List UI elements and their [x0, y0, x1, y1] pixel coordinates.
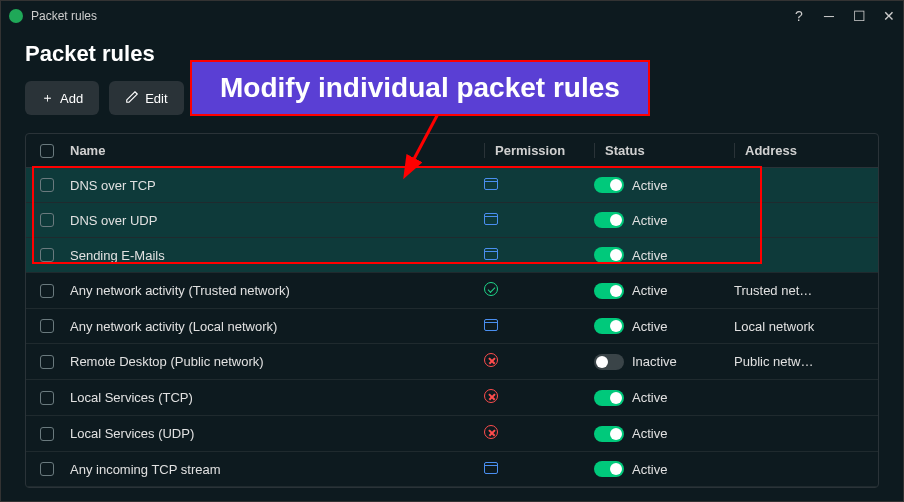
- table-row[interactable]: Remote Desktop (Public network)InactiveP…: [26, 344, 878, 380]
- row-checkbox[interactable]: [40, 462, 54, 476]
- close-icon[interactable]: ✕: [883, 10, 895, 22]
- table-row[interactable]: Any incoming TCP streamActive: [26, 452, 878, 487]
- permission-cell: [484, 389, 584, 406]
- rule-name: Sending E-Mails: [70, 248, 474, 263]
- column-address[interactable]: Address: [734, 143, 864, 158]
- status-toggle[interactable]: [594, 318, 624, 334]
- table-row[interactable]: Any network activity (Trusted network)Ac…: [26, 273, 878, 309]
- titlebar: Packet rules ? ─ ☐ ✕: [1, 1, 903, 31]
- status-cell: Active: [594, 177, 724, 193]
- rule-window-icon: [484, 462, 498, 474]
- row-checkbox[interactable]: [40, 248, 54, 262]
- status-cell: Active: [594, 426, 724, 442]
- permission-cell: [484, 319, 584, 334]
- status-toggle[interactable]: [594, 177, 624, 193]
- status-label: Inactive: [632, 354, 677, 369]
- rule-window-icon: [484, 213, 498, 225]
- row-checkbox[interactable]: [40, 427, 54, 441]
- table-row[interactable]: Local Services (TCP)Active: [26, 380, 878, 416]
- add-button-label: Add: [60, 91, 83, 106]
- rule-window-icon: [484, 319, 498, 331]
- deny-icon: [484, 353, 498, 367]
- status-label: Active: [632, 319, 667, 334]
- permission-cell: [484, 248, 584, 263]
- address-cell: Local network: [734, 319, 864, 334]
- status-cell: Active: [594, 212, 724, 228]
- rules-table: Name Permission Status Address DNS over …: [25, 133, 879, 488]
- status-label: Active: [632, 426, 667, 441]
- status-toggle[interactable]: [594, 247, 624, 263]
- permission-cell: [484, 282, 584, 299]
- rule-window-icon: [484, 178, 498, 190]
- status-cell: Active: [594, 318, 724, 334]
- status-cell: Active: [594, 247, 724, 263]
- rule-name: Any incoming TCP stream: [70, 462, 474, 477]
- column-permission[interactable]: Permission: [484, 143, 584, 158]
- app-icon: [9, 9, 23, 23]
- status-cell: Active: [594, 390, 724, 406]
- row-checkbox[interactable]: [40, 319, 54, 333]
- row-checkbox[interactable]: [40, 391, 54, 405]
- table-row[interactable]: Local Services (UDP)Active: [26, 416, 878, 452]
- status-toggle[interactable]: [594, 212, 624, 228]
- status-label: Active: [632, 248, 667, 263]
- row-checkbox[interactable]: [40, 178, 54, 192]
- rule-name: Local Services (TCP): [70, 390, 474, 405]
- rule-name: Remote Desktop (Public network): [70, 354, 474, 369]
- row-checkbox[interactable]: [40, 355, 54, 369]
- callout-text: Modify individual packet rules: [220, 72, 620, 103]
- status-label: Active: [632, 390, 667, 405]
- status-label: Active: [632, 213, 667, 228]
- annotation-arrow-icon: [400, 106, 460, 186]
- status-cell: Inactive: [594, 354, 724, 370]
- minimize-icon[interactable]: ─: [823, 10, 835, 22]
- address-cell: Public netw…: [734, 354, 864, 369]
- address-cell: Trusted net…: [734, 283, 864, 298]
- allow-icon: [484, 282, 498, 296]
- status-label: Active: [632, 178, 667, 193]
- add-button[interactable]: ＋ Add: [25, 81, 99, 115]
- status-label: Active: [632, 283, 667, 298]
- column-status[interactable]: Status: [594, 143, 724, 158]
- rule-name: DNS over UDP: [70, 213, 474, 228]
- permission-cell: [484, 425, 584, 442]
- rule-window-icon: [484, 248, 498, 260]
- status-toggle[interactable]: [594, 426, 624, 442]
- edit-button[interactable]: Edit: [109, 81, 183, 115]
- status-cell: Active: [594, 461, 724, 477]
- plus-icon: ＋: [41, 89, 54, 107]
- maximize-icon[interactable]: ☐: [853, 10, 865, 22]
- status-toggle[interactable]: [594, 461, 624, 477]
- permission-cell: [484, 462, 584, 477]
- annotation-callout: Modify individual packet rules: [190, 60, 650, 116]
- window-title: Packet rules: [31, 9, 793, 23]
- table-row[interactable]: DNS over UDPActive: [26, 203, 878, 238]
- status-toggle[interactable]: [594, 390, 624, 406]
- rule-name: Any network activity (Trusted network): [70, 283, 474, 298]
- window-controls: ? ─ ☐ ✕: [793, 10, 895, 22]
- rule-name: Any network activity (Local network): [70, 319, 474, 334]
- pencil-icon: [125, 90, 139, 107]
- row-checkbox[interactable]: [40, 213, 54, 227]
- svg-line-0: [406, 110, 440, 174]
- select-all-checkbox[interactable]: [40, 144, 54, 158]
- rule-name: Local Services (UDP): [70, 426, 474, 441]
- edit-button-label: Edit: [145, 91, 167, 106]
- status-toggle[interactable]: [594, 283, 624, 299]
- permission-cell: [484, 353, 584, 370]
- deny-icon: [484, 425, 498, 439]
- deny-icon: [484, 389, 498, 403]
- status-toggle[interactable]: [594, 354, 624, 370]
- status-label: Active: [632, 462, 667, 477]
- help-icon[interactable]: ?: [793, 10, 805, 22]
- table-body: DNS over TCPActiveDNS over UDPActiveSend…: [26, 168, 878, 487]
- table-row[interactable]: Sending E-MailsActive: [26, 238, 878, 273]
- permission-cell: [484, 213, 584, 228]
- table-row[interactable]: Any network activity (Local network)Acti…: [26, 309, 878, 344]
- row-checkbox[interactable]: [40, 284, 54, 298]
- status-cell: Active: [594, 283, 724, 299]
- permission-cell: [484, 178, 584, 193]
